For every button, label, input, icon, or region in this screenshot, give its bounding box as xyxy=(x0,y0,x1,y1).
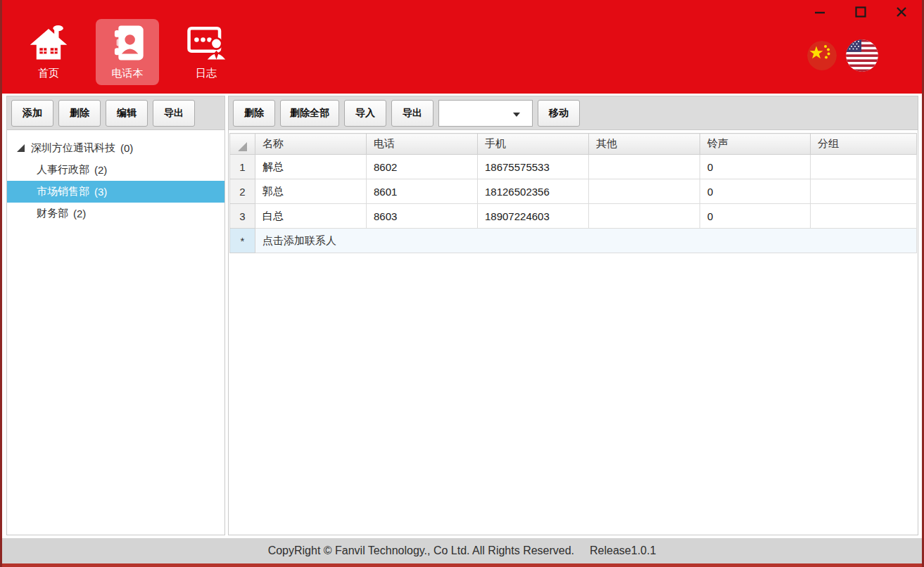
contacts-grid-wrap: 名称 电话 手机 其他 铃声 分组 1 解总 8602 xyxy=(229,130,918,253)
select-all-corner[interactable] xyxy=(230,134,255,155)
maximize-button[interactable] xyxy=(852,4,870,20)
cell-ring[interactable]: 0 xyxy=(700,155,811,179)
close-button[interactable] xyxy=(892,4,911,20)
minimize-button[interactable] xyxy=(811,4,829,20)
cell-group[interactable] xyxy=(811,155,917,179)
column-header-name[interactable]: 名称 xyxy=(255,134,367,155)
app-header: 首页 电话本 xyxy=(2,0,922,94)
corner-triangle-icon xyxy=(238,142,247,151)
column-header-other[interactable]: 其他 xyxy=(589,134,700,155)
language-switcher xyxy=(807,39,878,72)
cell-name[interactable]: 解总 xyxy=(255,155,367,179)
contacts-table: 名称 电话 手机 其他 铃声 分组 1 解总 8602 xyxy=(229,133,917,253)
status-bar: CopyRight © Fanvil Technology., Co Ltd. … xyxy=(2,538,922,563)
group-toolbar: 添加 删除 编辑 导出 xyxy=(7,96,224,130)
tree-item-count: (2) xyxy=(73,208,86,219)
tree-item-label: 市场销售部 xyxy=(37,185,89,198)
table-row: 2 郭总 8601 18126502356 0 xyxy=(230,179,917,204)
row-header[interactable]: 1 xyxy=(230,155,255,179)
cell-phone[interactable]: 8601 xyxy=(367,179,478,204)
delete-contact-button[interactable]: 删除 xyxy=(233,100,275,127)
us-flag-icon[interactable] xyxy=(846,39,878,72)
column-header-group[interactable]: 分组 xyxy=(811,134,917,155)
cell-ring[interactable]: 0 xyxy=(700,179,811,204)
export-contacts-button[interactable]: 导出 xyxy=(391,100,433,127)
nav-item-log[interactable]: 日志 xyxy=(175,19,238,85)
new-row-header[interactable]: * xyxy=(230,229,255,253)
tree-item-sales[interactable]: 市场销售部 (3) xyxy=(7,181,224,203)
delete-group-button[interactable]: 删除 xyxy=(58,100,101,127)
bottom-border xyxy=(2,563,922,567)
expander-icon[interactable] xyxy=(17,144,25,152)
tree-root-label: 深圳方位通讯科技 xyxy=(31,141,115,155)
cell-group[interactable] xyxy=(811,204,917,229)
group-panel: 添加 删除 编辑 导出 深圳方位通讯科技 (0) 人事行政部 (2) 市场销售部… xyxy=(6,96,225,535)
cell-mobile[interactable]: 18907224603 xyxy=(478,204,589,229)
cell-ring[interactable]: 0 xyxy=(700,204,811,229)
chevron-down-icon xyxy=(513,113,520,117)
release-version: Release1.0.1 xyxy=(590,544,656,557)
export-group-button[interactable]: 导出 xyxy=(153,100,195,127)
tree-item-count: (3) xyxy=(94,186,107,198)
window-controls xyxy=(811,4,911,20)
group-tree: 深圳方位通讯科技 (0) 人事行政部 (2) 市场销售部 (3) 财务部 (2) xyxy=(7,130,224,224)
tree-item-label: 财务部 xyxy=(37,207,68,220)
phonebook-icon xyxy=(107,19,148,66)
column-header-mobile[interactable]: 手机 xyxy=(478,134,589,155)
tree-item-finance[interactable]: 财务部 (2) xyxy=(7,203,224,224)
add-group-button[interactable]: 添加 xyxy=(11,100,53,127)
main-nav: 首页 电话本 xyxy=(17,19,238,85)
cell-other[interactable] xyxy=(589,155,700,179)
row-header[interactable]: 2 xyxy=(230,179,255,204)
cell-phone[interactable]: 8602 xyxy=(367,155,478,179)
column-header-phone[interactable]: 电话 xyxy=(367,134,478,155)
cell-group[interactable] xyxy=(811,179,917,204)
cell-name[interactable]: 白总 xyxy=(255,204,367,229)
tree-item-count: (2) xyxy=(94,164,107,176)
nav-item-phonebook[interactable]: 电话本 xyxy=(96,19,159,85)
move-button[interactable]: 移动 xyxy=(538,100,580,127)
cell-mobile[interactable]: 18126502356 xyxy=(478,179,589,204)
copyright-text: CopyRight © Fanvil Technology., Co Ltd. … xyxy=(268,544,574,557)
column-header-ring[interactable]: 铃声 xyxy=(700,134,811,155)
cell-name[interactable]: 郭总 xyxy=(255,179,367,204)
log-icon xyxy=(185,19,227,66)
table-row: 1 解总 8602 18675575533 0 xyxy=(230,155,917,179)
china-flag-icon[interactable] xyxy=(807,41,837,70)
tree-item-hr[interactable]: 人事行政部 (2) xyxy=(7,159,224,181)
nav-label-phonebook: 电话本 xyxy=(112,66,144,80)
edit-group-button[interactable]: 编辑 xyxy=(106,100,148,127)
add-contact-cell[interactable]: 点击添加联系人 xyxy=(255,229,917,253)
new-contact-row: * 点击添加联系人 xyxy=(230,229,917,253)
header-row: 名称 电话 手机 其他 铃声 分组 xyxy=(230,134,917,155)
row-header[interactable]: 3 xyxy=(230,204,255,229)
tree-item-label: 人事行政部 xyxy=(37,163,89,177)
table-row: 3 白总 8603 18907224603 0 xyxy=(230,204,917,229)
nav-label-home: 首页 xyxy=(38,66,59,80)
tree-root-item[interactable]: 深圳方位通讯科技 (0) xyxy=(7,137,224,159)
contacts-panel: 删除 删除全部 导入 导出 移动 xyxy=(228,96,918,535)
home-icon xyxy=(28,19,69,66)
cell-mobile[interactable]: 18675575533 xyxy=(478,155,589,179)
delete-all-button[interactable]: 删除全部 xyxy=(280,100,339,127)
content-area: 添加 删除 编辑 导出 深圳方位通讯科技 (0) 人事行政部 (2) 市场销售部… xyxy=(4,96,920,537)
cell-other[interactable] xyxy=(589,204,700,229)
group-dropdown[interactable] xyxy=(438,100,533,127)
contacts-toolbar: 删除 删除全部 导入 导出 移动 xyxy=(229,96,918,130)
import-button[interactable]: 导入 xyxy=(344,100,386,127)
nav-item-home[interactable]: 首页 xyxy=(17,19,80,85)
tree-root-count: (0) xyxy=(120,142,133,154)
app-window: 首页 电话本 xyxy=(0,0,924,567)
cell-other[interactable] xyxy=(589,179,700,204)
cell-phone[interactable]: 8603 xyxy=(367,204,478,229)
nav-label-log: 日志 xyxy=(196,66,217,80)
